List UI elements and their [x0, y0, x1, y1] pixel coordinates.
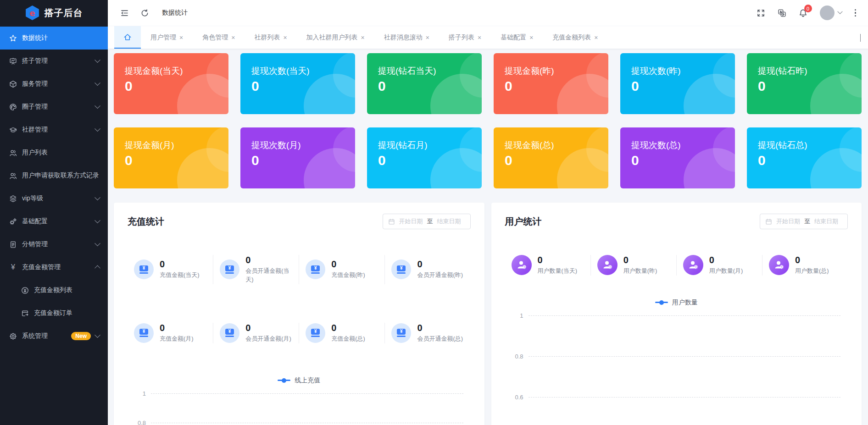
- stat-card-value: 0: [631, 78, 724, 94]
- sidebar-item-label: 用户列表: [22, 149, 100, 157]
- tab-close-icon[interactable]: ×: [231, 34, 235, 41]
- more-menu-icon[interactable]: [854, 8, 857, 18]
- stat-card-提现金额(昨): 提现金额(昨)0: [494, 53, 608, 114]
- stat-card-value: 0: [378, 78, 471, 94]
- recharge-chart-legend[interactable]: 线上充值: [128, 376, 471, 385]
- new-badge: New: [71, 332, 91, 340]
- mini-stat-value: 0: [709, 255, 743, 265]
- tab-充值金额列表[interactable]: 充值金额列表×: [545, 26, 605, 49]
- tab-close-icon[interactable]: ×: [361, 34, 365, 41]
- mini-stat-label: 充值金额(总): [331, 335, 365, 343]
- sidebar-item-label: 系统管理: [22, 332, 71, 340]
- tab-角色管理[interactable]: 角色管理×: [195, 26, 242, 49]
- tab-close-icon[interactable]: ×: [426, 34, 429, 41]
- y-axis-tick-label: 1: [505, 312, 523, 319]
- mini-stat-充值金额(昨): ¥0充值金额(昨): [299, 255, 385, 284]
- avatar[interactable]: [820, 6, 835, 20]
- app-layout: e 搭子后台 数据统计搭子管理服务管理圈子管理社群管理用户列表用户申请获取联系方…: [0, 0, 868, 425]
- sidebar-item-label: 服务管理: [22, 80, 95, 88]
- sidebar-item-用户申请获取联系方式记录[interactable]: 用户申请获取联系方式记录: [0, 164, 108, 187]
- topbar: 数据统计 0: [108, 0, 868, 26]
- stat-card-提现次数(月): 提现次数(月)0: [240, 127, 355, 188]
- sidebar-item-vip等级[interactable]: vip等级: [0, 187, 108, 210]
- sidebar-item-label: 充值金额列表: [34, 286, 100, 294]
- stat-card-value: 0: [251, 153, 344, 168]
- start-date-placeholder: 开始日期: [776, 217, 800, 226]
- sidebar-item-用户列表[interactable]: 用户列表: [0, 141, 108, 164]
- refresh-icon[interactable]: [140, 8, 149, 17]
- mini-stat-label: 会员开通金额(昨): [417, 271, 463, 280]
- sidebar-item-服务管理[interactable]: 服务管理: [0, 72, 108, 95]
- stat-card-label: 提现金额(昨): [505, 65, 597, 77]
- start-date-placeholder: 开始日期: [399, 217, 423, 226]
- tab-用户管理[interactable]: 用户管理×: [144, 26, 190, 49]
- sidebar-item-充值金额订单[interactable]: 充值金额订单: [0, 302, 108, 325]
- user-gear-icon: [769, 255, 789, 275]
- sidebar-item-数据统计[interactable]: 数据统计: [0, 27, 108, 50]
- y-axis-tick-label: 0.6: [505, 394, 523, 401]
- tab-社群消息滚动[interactable]: 社群消息滚动×: [377, 26, 436, 49]
- sidebar-item-分销管理[interactable]: 分销管理: [0, 233, 108, 256]
- mini-stat-label: 用户数量(昨): [623, 267, 657, 276]
- palette-icon: [9, 103, 17, 111]
- sidebar-item-系统管理[interactable]: 系统管理New: [0, 325, 108, 348]
- calendar-icon: [765, 218, 772, 225]
- y-axis-gridline: 0.8: [505, 353, 848, 360]
- stat-card-提现(钻石月): 提现(钻石月)0: [367, 127, 482, 188]
- mini-stat-用户数量(当天): 0用户数量(当天): [505, 255, 591, 276]
- collapse-sidebar-icon[interactable]: [120, 8, 129, 17]
- stat-card-value: 0: [125, 78, 217, 94]
- y-axis-gridline: 0.8: [128, 419, 471, 425]
- user-menu[interactable]: [820, 6, 842, 20]
- users-icon: [9, 172, 17, 180]
- sidebar-item-充值金额管理[interactable]: ¥充值金额管理: [0, 256, 108, 279]
- gridline-dashed: [151, 423, 463, 423]
- panel-title-recharge: 充值统计: [128, 215, 164, 228]
- main-content: 提现金额(当天)0提现次数(当天)0提现(钻石当天)0提现金额(昨)0提现次数(…: [108, 49, 868, 425]
- tab-close-icon[interactable]: ×: [594, 34, 598, 41]
- tab-label: 加入社群用户列表: [306, 33, 358, 42]
- mini-stat-value: 0: [331, 259, 365, 270]
- mini-stat-value: 0: [623, 255, 657, 265]
- language-icon[interactable]: [778, 8, 787, 17]
- stat-card-提现(钻石当天): 提现(钻石当天)0: [367, 53, 482, 114]
- recharge-date-range-picker[interactable]: 开始日期 至 结束日期: [383, 214, 471, 229]
- sidebar-item-搭子管理[interactable]: 搭子管理: [0, 50, 108, 72]
- chevron-down-icon: [95, 103, 100, 109]
- sidebar-item-社群管理[interactable]: 社群管理: [0, 118, 108, 141]
- tab-home[interactable]: [114, 26, 141, 49]
- stat-card-提现次数(昨): 提现次数(昨)0: [620, 53, 735, 114]
- sidebar-item-充值金额列表[interactable]: 充值金额列表: [0, 279, 108, 302]
- mini-stat-用户数量(月): 0用户数量(月): [677, 255, 762, 276]
- tab-close-icon[interactable]: ×: [529, 34, 533, 41]
- user-chart-legend[interactable]: 用户数量: [505, 298, 848, 307]
- panel-title-user: 用户统计: [505, 215, 542, 228]
- tab-close-icon[interactable]: ×: [478, 34, 481, 41]
- tab-close-icon[interactable]: ×: [179, 34, 183, 41]
- stat-card-label: 提现次数(月): [251, 139, 344, 151]
- tab-加入社群用户列表[interactable]: 加入社群用户列表×: [300, 26, 372, 49]
- tab-搭子列表[interactable]: 搭子列表×: [442, 26, 488, 49]
- app-logo[interactable]: e 搭子后台: [0, 0, 108, 26]
- sidebar-item-基础配置[interactable]: 基础配置: [0, 210, 108, 233]
- chevron-down-icon: [95, 80, 100, 86]
- sidebar: e 搭子后台 数据统计搭子管理服务管理圈子管理社群管理用户列表用户申请获取联系方…: [0, 0, 108, 425]
- layers-icon: [9, 195, 17, 203]
- fullscreen-icon[interactable]: [757, 8, 766, 17]
- end-date-placeholder: 结束日期: [814, 217, 838, 226]
- user-date-range-picker[interactable]: 开始日期 至 结束日期: [760, 214, 848, 229]
- gridline-dashed: [529, 356, 841, 357]
- order-icon: [21, 309, 29, 317]
- calendar-icon: [388, 218, 395, 225]
- tab-基础配置[interactable]: 基础配置×: [494, 26, 540, 49]
- mini-stat-value: 0: [160, 259, 200, 270]
- tab-社群列表[interactable]: 社群列表×: [247, 26, 294, 49]
- tab-close-icon[interactable]: ×: [283, 34, 287, 41]
- sidebar-item-圈子管理[interactable]: 圈子管理: [0, 95, 108, 118]
- tabs-overflow-icon[interactable]: [860, 34, 861, 41]
- y-axis-gridline: 1: [128, 390, 471, 397]
- money-icon: ¥: [220, 323, 239, 343]
- stat-card-value: 0: [378, 153, 471, 168]
- chevron-down-icon: [95, 217, 100, 223]
- mini-stat-value: 0: [245, 255, 294, 265]
